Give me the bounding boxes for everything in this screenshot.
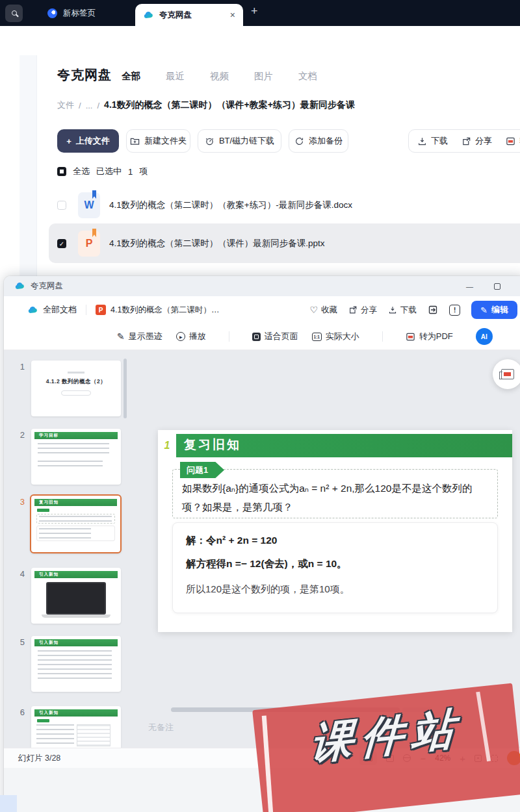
folder-plus-icon <box>130 136 140 146</box>
tab-all[interactable]: 全部 <box>122 70 140 82</box>
left-panel-strip <box>20 55 37 276</box>
new-tab-button[interactable]: + <box>251 5 258 18</box>
maximize-button[interactable] <box>494 283 500 290</box>
edit-button[interactable]: ✎ 编辑 <box>471 301 517 319</box>
slide-thumbnail-3-selected[interactable]: 复习旧知 <box>30 494 122 553</box>
upload-file-button[interactable]: + 上传文件 <box>57 129 119 153</box>
page-corner-decor <box>0 795 17 812</box>
play-button[interactable]: ▶ 播放 <box>176 331 206 342</box>
download-label: 下载 <box>400 305 417 316</box>
slide-thumbnail-2[interactable]: 学习目标 <box>31 429 121 485</box>
browser-tab-quark-drive[interactable]: 夸克网盘 × <box>135 4 243 26</box>
window-title-bar[interactable]: 夸克网盘 — <box>4 276 520 296</box>
slide-thumbnail-4[interactable]: 引入新知 <box>31 568 121 624</box>
viewer-nav-bar: 全部文档 P 4.1数列的概念（第二课时）（课件）最新同步备课.pptx ♡ 收… <box>4 296 520 324</box>
file-row-pptx[interactable]: ✓ P 4.1数列的概念（第二课时）（课件）最新同步备课.pptx <box>57 231 325 257</box>
thumb-solution-box <box>36 526 115 541</box>
pen-icon: ✎ <box>480 305 488 315</box>
bt-magnet-download-button[interactable]: BT/磁力链下载 <box>198 129 281 153</box>
thumb-number: 5 <box>12 637 25 647</box>
tab-video[interactable]: 视频 <box>210 70 229 82</box>
slide-thumbnail-1[interactable]: 4.1.2 数列的概念（2） <box>31 361 121 416</box>
file-row-docx[interactable]: W 4.1数列的概念（第二课时）（教案+练习）-最新同步备课.docx <box>57 192 352 218</box>
selection-row: 全选 已选中 1 项 <box>57 166 148 177</box>
download-button[interactable]: 下载 <box>417 135 448 147</box>
browser-toolbar: ← → ↻ <box>0 26 520 55</box>
file-name[interactable]: 4.1数列的概念（第二课时）（教案+练习）-最新同步备课.docx <box>109 199 352 211</box>
select-all-label[interactable]: 全选 <box>73 166 90 177</box>
pdf-icon <box>406 332 415 342</box>
share-button[interactable]: 分享 <box>462 135 492 147</box>
ppt-badge-icon: P <box>96 305 106 315</box>
minimize-button[interactable]: — <box>466 283 473 290</box>
ai-assistant-button[interactable]: AI <box>476 328 493 345</box>
thumbnail-scrollbar[interactable] <box>124 359 127 418</box>
notes-placeholder: 无备注 <box>148 722 174 733</box>
magnet-icon <box>205 136 214 146</box>
browser-tab-bar: 新标签页 夸克网盘 × + <box>0 0 520 26</box>
divider <box>86 305 86 315</box>
tab-recent[interactable]: 最近 <box>166 70 185 82</box>
question-tag: 问题1 <box>180 462 224 478</box>
floating-pdf-button[interactable] <box>493 359 520 389</box>
add-backup-button[interactable]: 添加备份 <box>289 129 348 153</box>
edit-label: 编辑 <box>491 304 508 316</box>
breadcrumb-root[interactable]: 文件 <box>57 99 74 111</box>
ink-pen-icon: ✎ <box>117 331 125 342</box>
solution-line-1: 解：令n² + 2n = 120 <box>186 534 484 548</box>
actual-size-button[interactable]: 1:1 实际大小 <box>312 331 359 342</box>
thumb-number: 6 <box>12 707 25 717</box>
ribbon-icon <box>92 190 96 199</box>
show-ink-label: 显示墨迹 <box>129 331 162 342</box>
row-checkbox-checked[interactable]: ✓ <box>57 239 66 248</box>
thumb-header: 复习旧知 <box>34 499 117 506</box>
viewer-tools-bar: ✎ 显示墨迹 ▶ 播放 适合页面 1:1 实际大小 转为PDF AI <box>4 324 520 350</box>
thumb-laptop-image <box>46 582 106 615</box>
thumb-header: 引入新知 <box>34 639 118 646</box>
breadcrumb-ellipsis[interactable]: ... <box>86 101 93 110</box>
tab-images[interactable]: 图片 <box>254 70 273 82</box>
new-folder-button[interactable]: 新建文件夹 <box>126 129 190 153</box>
viewer-content: 1 4.1.2 数列的概念（2） 2 学习目标 3 复习旧知 4 引入新知 5 … <box>4 350 520 748</box>
close-icon[interactable]: × <box>230 10 235 20</box>
breadcrumb-sep: / <box>97 101 99 110</box>
download-button[interactable]: 下载 <box>388 305 417 316</box>
convert-pdf-button[interactable]: 转为PDF <box>406 331 453 342</box>
file-name[interactable]: 4.1数列的概念（第二课时）（课件）最新同步备课.pptx <box>109 238 325 249</box>
download-label: 下载 <box>431 135 448 147</box>
share-button[interactable]: 分享 <box>348 305 377 316</box>
share-icon <box>462 136 471 146</box>
sync-icon <box>294 136 304 146</box>
feedback-icon[interactable]: ! <box>449 305 460 316</box>
favorite-label: 收藏 <box>321 305 337 316</box>
search-icon <box>12 10 17 16</box>
document-title: 4.1数列的概念（第二课时）（课件）最新同步备课.pptx <box>110 305 221 316</box>
share-label: 分享 <box>475 135 492 147</box>
convert-pdf-button[interactable]: 转为PDF <box>506 135 520 147</box>
convert-pdf-label: 转为PDF <box>419 331 453 342</box>
tab-docs[interactable]: 文档 <box>298 70 317 82</box>
breadcrumb-current: 4.1数列的概念（第二课时）（课件+教案+练习）最新同步备课 <box>104 99 355 111</box>
thumb-tag-chip <box>37 509 49 512</box>
fit-page-button[interactable]: 适合页面 <box>252 331 298 342</box>
favorite-button[interactable]: ♡ 收藏 <box>310 305 338 316</box>
slide-thumbnail-5[interactable]: 引入新知 <box>31 636 121 692</box>
slide-thumbnail-6[interactable]: 引入新知 <box>31 706 121 748</box>
pdf-pages-icon <box>501 369 514 379</box>
tab-label: 夸克网盘 <box>159 10 192 21</box>
select-all-checkbox[interactable] <box>57 167 66 176</box>
heart-icon: ♡ <box>310 305 318 315</box>
backup-label: 添加备份 <box>309 135 343 147</box>
browser-tab-newtab[interactable]: 新标签页 <box>41 3 102 23</box>
ribbon-icon <box>92 229 96 237</box>
slide-section-title: 复习旧知 <box>184 437 241 453</box>
new-folder-label: 新建文件夹 <box>144 135 187 147</box>
breadcrumb: 文件 / ... / 4.1数列的概念（第二课时）（课件+教案+练习）最新同步备… <box>57 99 355 111</box>
show-ink-button[interactable]: ✎ 显示墨迹 <box>117 331 162 342</box>
row-checkbox[interactable] <box>57 201 66 210</box>
file-action-group: 下载 分享 转为PDF <box>408 129 520 153</box>
export-icon[interactable] <box>428 305 438 315</box>
all-docs-button[interactable]: 全部文档 <box>43 304 77 316</box>
download-icon <box>417 136 427 146</box>
tab-search-button[interactable] <box>5 5 23 22</box>
